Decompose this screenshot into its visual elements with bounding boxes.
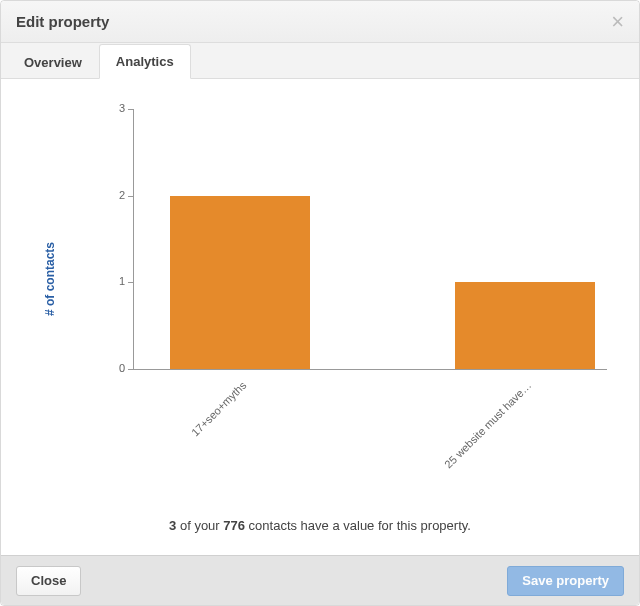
tab-analytics[interactable]: Analytics xyxy=(99,44,191,79)
x-tick-label: 25 website must have… xyxy=(433,379,533,479)
modal-body: # of contacts 0 1 2 3 xyxy=(1,79,639,555)
summary-line: 3 of your 776 contacts have a value for … xyxy=(1,518,639,533)
y-tick-label: 2 xyxy=(111,189,125,201)
y-tick xyxy=(128,109,133,110)
modal-footer: Close Save property xyxy=(1,555,639,605)
summary-total: 776 xyxy=(223,518,245,533)
x-tick-label: 17+seo+myths xyxy=(148,379,248,479)
y-tick-label: 0 xyxy=(111,362,125,374)
y-tick xyxy=(128,282,133,283)
y-tick xyxy=(128,369,133,370)
x-axis-line xyxy=(133,369,607,370)
y-tick xyxy=(128,196,133,197)
modal-header: Edit property × xyxy=(1,1,639,43)
tab-overview[interactable]: Overview xyxy=(7,44,99,79)
close-icon[interactable]: × xyxy=(611,11,624,33)
y-axis-line xyxy=(133,109,134,369)
analytics-chart: # of contacts 0 1 2 3 xyxy=(15,89,625,469)
modal-title: Edit property xyxy=(16,13,109,30)
bar-1 xyxy=(455,282,595,369)
tabs: Overview Analytics xyxy=(1,43,639,79)
bar-0 xyxy=(170,196,310,369)
y-tick-label: 1 xyxy=(111,275,125,287)
edit-property-modal: Edit property × Overview Analytics # of … xyxy=(0,0,640,606)
close-button[interactable]: Close xyxy=(16,566,81,596)
y-tick-label: 3 xyxy=(111,102,125,114)
save-property-button[interactable]: Save property xyxy=(507,566,624,596)
plot-area: 0 1 2 3 17+seo+myths 25 website must hav… xyxy=(55,109,607,369)
